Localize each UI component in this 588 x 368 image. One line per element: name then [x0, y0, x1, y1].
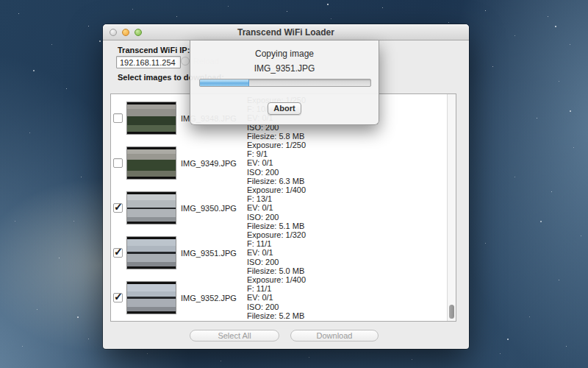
exif-ev: EV: 0/1 — [247, 203, 306, 212]
image-filename: IMG_9349.JPG — [181, 159, 247, 168]
image-thumbnail — [126, 236, 176, 269]
exif-filesize: Filesize: 5.8 MB — [247, 132, 306, 141]
abort-button[interactable]: Abort — [268, 102, 301, 115]
image-filename: IMG_9352.JPG — [181, 294, 247, 302]
list-item: IMG_9351.JPG Exposure: 1/320 F: 11/1 EV:… — [111, 230, 447, 275]
exif-f: F: 13/1 — [247, 194, 306, 203]
scrollbar-thumb[interactable] — [449, 305, 454, 319]
exif-iso: ISO: 200 — [247, 213, 306, 222]
zoom-button[interactable] — [135, 29, 142, 36]
select-all-button[interactable]: Select All — [190, 330, 279, 342]
image-thumbnail — [126, 191, 176, 224]
exif-ev: EV: 0/1 — [247, 248, 306, 257]
exif-exposure: Exposure: 1/250 — [247, 141, 306, 149]
exif-ev: EV: 0/1 — [247, 158, 306, 167]
reload-icon — [181, 57, 190, 66]
exif-filesize: Filesize: 5.2 MB — [247, 311, 306, 320]
checkbox[interactable] — [113, 203, 123, 213]
list-item: IMG_9352.JPG Exposure: 1/400 F: 11/1 EV:… — [111, 275, 447, 320]
star-field-bright — [0, 0, 1, 1]
window-titlebar[interactable]: Transcend WiFi Loader — [103, 24, 469, 40]
image-filename: IMG_9350.JPG — [181, 204, 247, 213]
exif-f: F: 11/1 — [247, 284, 306, 293]
image-thumbnail — [126, 102, 176, 135]
minimize-button[interactable] — [122, 29, 129, 36]
exif-iso: ISO: 200 — [247, 168, 306, 177]
exif-filesize: Filesize: 6.3 MB — [247, 177, 306, 185]
exif-ev: EV: 0/1 — [247, 293, 306, 302]
dialog-filename: IMG_9351.JPG — [190, 63, 379, 74]
exif-exposure: Exposure: 1/400 — [247, 185, 306, 194]
exif-info: Exposure: 1/400 F: 11/1 EV: 0/1 ISO: 200… — [247, 275, 306, 320]
exif-info: Exposure: 1/400 F: 13/1 EV: 0/1 ISO: 200… — [247, 185, 306, 230]
image-filename: IMG_9351.JPG — [181, 249, 247, 258]
exif-iso: ISO: 200 — [247, 302, 306, 311]
desktop-wallpaper: Transcend WiFi Loader Transcend WiFi IP:… — [0, 0, 588, 368]
list-item: IMG_9350.JPG Exposure: 1/400 F: 13/1 EV:… — [111, 185, 447, 230]
ip-label: Transcend WiFi IP: — [118, 46, 190, 54]
download-button[interactable]: Download — [290, 330, 379, 342]
exif-info: Exposure: 1/320 F: 11/1 EV: 0/1 ISO: 200… — [247, 230, 306, 275]
exif-exposure: Exposure: 1/400 — [247, 275, 306, 284]
image-list-rows: IMG_9348.JPG Exposure: 1/250 F: 10/1 EV:… — [111, 94, 447, 321]
app-window: Transcend WiFi Loader Transcend WiFi IP:… — [103, 24, 469, 349]
exif-iso: ISO: 200 — [247, 258, 306, 266]
copy-progress-dialog: Copying image IMG_9351.JPG Abort — [190, 40, 379, 125]
exif-exposure: Exposure: 1/320 — [247, 230, 306, 239]
checkbox[interactable] — [113, 248, 123, 258]
window-title: Transcend WiFi Loader — [103, 24, 469, 40]
image-list: IMG_9348.JPG Exposure: 1/250 F: 10/1 EV:… — [110, 93, 456, 322]
exif-info: Exposure: 1/250 F: 9/1 EV: 0/1 ISO: 200 … — [247, 141, 306, 185]
checkbox[interactable] — [113, 293, 123, 302]
list-scrollbar[interactable] — [447, 94, 456, 321]
exif-filesize: Filesize: 5.0 MB — [247, 266, 306, 275]
exif-f: F: 11/1 — [247, 239, 306, 248]
window-content: Transcend WiFi IP: Reload Select images … — [103, 40, 469, 349]
image-thumbnail — [126, 146, 176, 180]
checkbox[interactable] — [113, 113, 123, 123]
progress-bar — [199, 79, 371, 87]
list-item: IMG_9349.JPG Exposure: 1/250 F: 9/1 EV: … — [111, 141, 447, 185]
checkbox[interactable] — [113, 158, 123, 168]
dialog-title: Copying image — [190, 49, 379, 59]
exif-f: F: 9/1 — [247, 149, 306, 158]
image-thumbnail — [126, 281, 176, 314]
exif-filesize: Filesize: 5.1 MB — [247, 222, 306, 230]
progress-fill — [200, 79, 249, 86]
ip-input[interactable] — [116, 56, 181, 68]
close-button[interactable] — [110, 29, 117, 36]
